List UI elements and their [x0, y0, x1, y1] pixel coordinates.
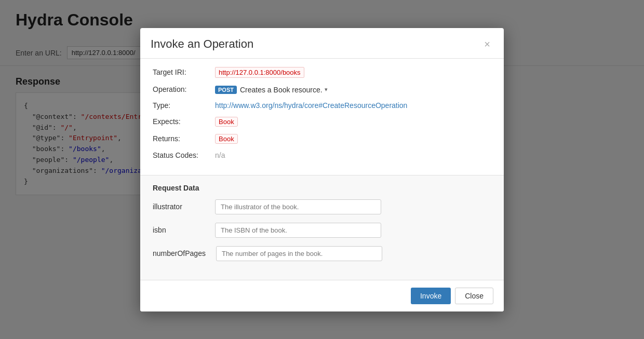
status-codes-value: n/a — [215, 151, 225, 159]
invoke-button[interactable]: Invoke — [411, 288, 451, 304]
request-data-title: Request Data — [153, 184, 491, 192]
modal-body: Target IRI: http://127.0.0.1:8000/books … — [140, 59, 504, 280]
operation-text: Creates a Book resource. — [240, 86, 323, 94]
target-iri-value: http://127.0.0.1:8000/books — [215, 67, 304, 78]
returns-value: Book — [215, 134, 238, 144]
operation-row: Operation: POST Creates a Book resource.… — [153, 85, 491, 94]
invoke-operation-modal: Invoke an Operation × Target IRI: http:/… — [140, 28, 504, 311]
expects-row: Expects: Book — [153, 117, 491, 127]
returns-label: Returns: — [153, 134, 205, 143]
operation-value: POST Creates a Book resource. ▾ — [215, 86, 328, 94]
status-codes-label: Status Codes: — [153, 151, 205, 159]
close-button[interactable]: Close — [455, 288, 493, 304]
modal-info-section: Target IRI: http://127.0.0.1:8000/books … — [140, 59, 504, 175]
number-of-pages-row: numberOfPages — [153, 246, 491, 261]
target-iri-label: Target IRI: — [153, 68, 205, 76]
modal-header: Invoke an Operation × — [140, 28, 504, 59]
modal-close-x-button[interactable]: × — [481, 38, 493, 50]
illustrator-label: illustrator — [153, 202, 205, 211]
expects-label: Expects: — [153, 117, 205, 126]
type-label: Type: — [153, 101, 205, 110]
modal-footer: Invoke Close — [140, 280, 504, 311]
illustrator-row: illustrator — [153, 199, 491, 214]
type-row: Type: http://www.w3.org/ns/hydra/core#Cr… — [153, 101, 491, 110]
number-of-pages-input[interactable] — [216, 246, 382, 261]
request-data-section: Request Data illustrator isbn numberOfPa… — [140, 175, 504, 280]
status-codes-row: Status Codes: n/a — [153, 151, 491, 159]
modal-overlay: Invoke an Operation × Target IRI: http:/… — [0, 0, 644, 339]
modal-title: Invoke an Operation — [151, 37, 253, 51]
operation-dropdown-arrow[interactable]: ▾ — [325, 86, 328, 93]
isbn-label: isbn — [153, 226, 205, 234]
target-iri-row: Target IRI: http://127.0.0.1:8000/books — [153, 67, 491, 78]
number-of-pages-label: numberOfPages — [153, 249, 206, 257]
isbn-row: isbn — [153, 223, 491, 238]
type-link[interactable]: http://www.w3.org/ns/hydra/core#CreateRe… — [215, 101, 407, 110]
operation-label: Operation: — [153, 85, 205, 93]
illustrator-input[interactable] — [215, 199, 381, 214]
returns-row: Returns: Book — [153, 134, 491, 144]
post-badge: POST — [215, 86, 237, 94]
expects-value: Book — [215, 117, 238, 127]
isbn-input[interactable] — [215, 223, 381, 238]
